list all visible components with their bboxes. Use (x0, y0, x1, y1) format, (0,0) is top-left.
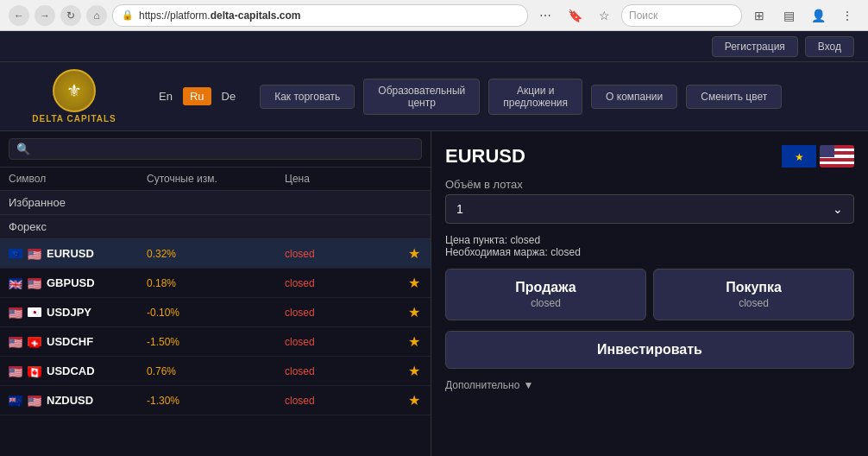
price-cell: closed (285, 336, 388, 348)
eu-flag-icon: 🇪🇺 (9, 249, 22, 258)
price-cell: closed (285, 248, 388, 260)
sell-button[interactable]: Продажа closed (445, 269, 646, 320)
star-icon[interactable]: ★ (388, 275, 431, 291)
price-cell: closed (285, 365, 388, 377)
browser-chrome: ← → ↻ ⌂ 🔒 https://platform.delta-capital… (0, 0, 868, 31)
jp-flag-icon: 🇯🇵 (28, 307, 41, 317)
table-row[interactable]: 🇺🇸 🇨🇭 USDCHF -1.50% closed ★ (0, 327, 431, 357)
forward-button[interactable]: → (35, 5, 55, 26)
star-icon[interactable]: ★ (388, 392, 431, 408)
table-search-box[interactable]: 🔍 (9, 138, 422, 160)
us-flag-icon: 🇺🇸 (28, 396, 41, 405)
star-icon[interactable]: ★ (388, 363, 431, 379)
logo-emblem: ⚜ (53, 69, 96, 112)
main-nav: Как торговать Образовательный центр Акци… (260, 79, 854, 115)
star-button[interactable]: ☆ (592, 3, 616, 28)
url-bar[interactable]: 🔒 https://platform.delta-capitals.com (112, 4, 528, 27)
register-button[interactable]: Регистрация (712, 36, 798, 57)
top-nav: Регистрация Вход (0, 31, 868, 62)
change-cell: -1.50% (147, 336, 285, 348)
star-icon[interactable]: ★ (388, 304, 431, 320)
us-flag-icon: 🇺🇸 (28, 249, 41, 258)
lot-select[interactable]: 1 ⌄ (445, 194, 854, 224)
pair-flags: ★ (782, 145, 854, 168)
table-row[interactable]: 🇺🇸 🇨🇦 USDCAD 0.76% closed ★ (0, 357, 431, 386)
pair-header: EURUSD ★ (445, 145, 854, 168)
trade-buttons: Продажа closed Покупка closed (445, 269, 854, 320)
search-row: 🔍 (0, 131, 431, 168)
symbol-cell: 🇺🇸 🇨🇦 USDCAD (9, 364, 147, 377)
options-button[interactable]: ⋯ (533, 3, 557, 28)
bookmark-button[interactable]: 🔖 (563, 3, 587, 28)
pip-row: Цена пункта: closed (445, 234, 854, 246)
sidebar-button[interactable]: ▤ (777, 3, 801, 28)
buy-button[interactable]: Покупка closed (653, 269, 854, 320)
star-icon[interactable]: ★ (388, 333, 431, 350)
us-flag-icon: 🇺🇸 (9, 337, 22, 346)
svg-text:★: ★ (795, 151, 804, 163)
price-cell: closed (285, 307, 388, 319)
change-cell: -0.10% (147, 307, 285, 319)
lang-en-button[interactable]: En (152, 87, 179, 105)
logo-text: DELTA CAPITALS (32, 114, 116, 124)
us-large-flag (820, 145, 854, 168)
lot-section: Объём в лотах 1 ⌄ (445, 178, 854, 224)
change-color-button[interactable]: Сменить цвет (686, 85, 782, 109)
section-forex: Форекс (0, 215, 431, 239)
col-price-header: Цена (285, 173, 388, 185)
back-button[interactable]: ← (9, 5, 29, 26)
section-favorite: Избранное (0, 191, 431, 215)
table-row[interactable]: 🇬🇧 🇺🇸 GBPUSD 0.18% closed ★ (0, 269, 431, 298)
table-header: Символ Суточные изм. Цена (0, 168, 431, 191)
us-flag-icon: 🇺🇸 (9, 366, 22, 376)
gb-flag-icon: 🇬🇧 (9, 278, 22, 288)
lang-de-button[interactable]: De (215, 87, 243, 105)
library-button[interactable]: ⊞ (747, 3, 771, 28)
symbol-cell: 🇪🇺 🇺🇸 EURUSD (9, 247, 147, 260)
col-change-header: Суточные изм. (147, 173, 285, 185)
pair-title: EURUSD (445, 145, 525, 168)
table-row[interactable]: 🇺🇸 🇯🇵 USDJPY -0.10% closed ★ (0, 298, 431, 327)
star-icon[interactable]: ★ (388, 245, 431, 262)
home-button[interactable]: ⌂ (86, 5, 107, 26)
change-cell: 0.18% (147, 277, 285, 289)
chevron-down-icon: ⌄ (833, 202, 843, 216)
about-button[interactable]: О компании (591, 85, 677, 109)
symbol-cell: 🇺🇸 🇯🇵 USDJPY (9, 306, 147, 319)
col-symbol-header: Символ (9, 173, 147, 185)
change-cell: -1.30% (147, 395, 285, 407)
nz-flag-icon: 🇳🇿 (9, 396, 22, 405)
login-button[interactable]: Вход (805, 36, 854, 57)
browser-actions: ⋯ 🔖 ☆ (533, 3, 616, 28)
symbol-cell: 🇺🇸 🇨🇭 USDCHF (9, 335, 147, 348)
ca-flag-icon: 🇨🇦 (28, 366, 41, 376)
extensions-button[interactable]: ⋮ (835, 3, 859, 28)
lock-icon: 🔒 (122, 10, 134, 21)
promotions-button[interactable]: Акции и предложения (488, 79, 582, 115)
lot-label: Объём в лотах (445, 178, 854, 191)
chevron-down-icon: ▼ (523, 379, 533, 391)
more-details-link[interactable]: Дополнительно ▼ (445, 379, 854, 391)
table-row[interactable]: 🇪🇺 🇺🇸 EURUSD 0.32% closed ★ (0, 239, 431, 269)
main-content: 🔍 Символ Суточные изм. Цена Избранное Фо… (0, 131, 868, 456)
margin-row: Необходимая маржа: closed (445, 246, 854, 258)
eu-large-flag: ★ (782, 145, 816, 168)
left-panel: 🔍 Символ Суточные изм. Цена Избранное Фо… (0, 131, 431, 456)
symbol-cell: 🇳🇿 🇺🇸 NZDUSD (9, 394, 147, 407)
profile-button[interactable]: 👤 (806, 3, 830, 28)
header: ⚜ DELTA CAPITALS En Ru De Как торговать … (0, 62, 868, 131)
search-icon: 🔍 (16, 142, 30, 155)
table-row[interactable]: 🇳🇿 🇺🇸 NZDUSD -1.30% closed ★ (0, 386, 431, 415)
invest-button[interactable]: Инвестировать (445, 331, 854, 369)
browser-search[interactable]: Поиск (621, 4, 742, 27)
lang-ru-button[interactable]: Ru (183, 87, 211, 105)
education-button[interactable]: Образовательный центр (363, 79, 480, 115)
url-text: https://platform.delta-capitals.com (139, 10, 300, 22)
change-cell: 0.76% (147, 365, 285, 377)
how-to-trade-button[interactable]: Как торговать (260, 85, 355, 109)
price-cell: closed (285, 395, 388, 407)
reload-button[interactable]: ↻ (60, 5, 81, 26)
table-body: 🇪🇺 🇺🇸 EURUSD 0.32% closed ★ 🇬🇧 🇺🇸 GBPUSD… (0, 239, 431, 456)
us-flag-icon: 🇺🇸 (9, 307, 22, 317)
us-flag-icon: 🇺🇸 (28, 278, 41, 288)
